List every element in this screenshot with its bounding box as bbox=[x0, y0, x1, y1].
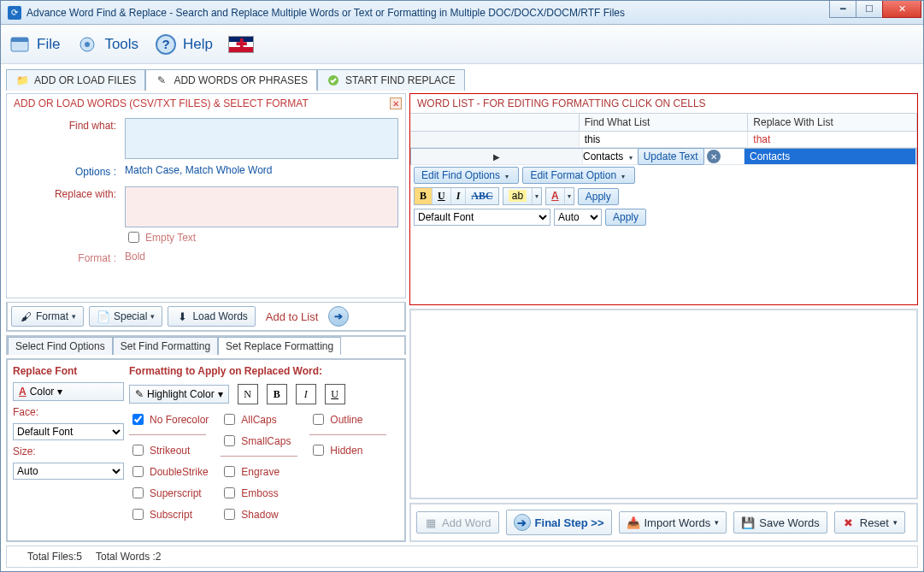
pencil-icon: ✎ bbox=[155, 74, 168, 87]
chk-allcaps[interactable] bbox=[224, 414, 235, 425]
menu-tools-label: Tools bbox=[104, 36, 138, 53]
edit-find-options-button[interactable]: Edit Find Options ▾ bbox=[414, 167, 519, 184]
apply-style-button[interactable]: Apply bbox=[578, 188, 619, 205]
language-flag[interactable] bbox=[228, 36, 254, 53]
color-button[interactable]: A Color ▾ bbox=[13, 382, 124, 401]
fontcolor-picker[interactable]: A bbox=[546, 188, 565, 204]
final-step-label: Final Step >> bbox=[535, 516, 604, 529]
tab-add-load-files[interactable]: 📁 ADD OR LOAD FILES bbox=[6, 69, 145, 91]
chk-outline[interactable] bbox=[313, 414, 324, 425]
left-column: ADD OR LOAD WORDS (CSV/TXT FILES) & SELE… bbox=[6, 93, 406, 542]
update-text-button[interactable]: Update Text bbox=[638, 148, 704, 165]
fontcolor-segment: A ▾ bbox=[545, 187, 574, 205]
caret-icon: ▾ bbox=[218, 388, 223, 400]
grid-row[interactable]: this that bbox=[410, 132, 917, 148]
wordlist-title: WORD LIST - FOR EDITING FORMATTING CLICK… bbox=[410, 94, 917, 113]
row-selector[interactable] bbox=[410, 132, 580, 147]
highlight-color-button[interactable]: ✎ Highlight Color ▾ bbox=[129, 385, 229, 404]
check-icon bbox=[327, 74, 340, 87]
menu-file[interactable]: File bbox=[8, 32, 60, 56]
chk-hidden[interactable] bbox=[313, 445, 324, 456]
chk-engrave[interactable] bbox=[224, 466, 235, 477]
replace-with-input[interactable] bbox=[125, 186, 398, 227]
load-words-label: Load Words bbox=[192, 310, 247, 322]
size-select[interactable]: Auto bbox=[13, 463, 124, 480]
size-label: Size: bbox=[13, 445, 124, 457]
subtab-replace-formatting[interactable]: Set Replace Formatting bbox=[218, 337, 341, 355]
chk-superscript[interactable] bbox=[132, 487, 144, 498]
font-family-select[interactable]: Default Font bbox=[414, 209, 550, 226]
save-words-button[interactable]: 💾 Save Words bbox=[733, 511, 827, 534]
color-a-icon: A bbox=[19, 386, 26, 398]
menu-help[interactable]: ? Help bbox=[154, 32, 213, 56]
subtab-find-options[interactable]: Select Find Options bbox=[8, 337, 113, 355]
app-icon: ⟳ bbox=[8, 6, 21, 20]
chk-doublestrike[interactable] bbox=[132, 466, 144, 477]
find-what-input[interactable] bbox=[125, 118, 398, 159]
reset-button[interactable]: ✖ Reset ▾ bbox=[834, 511, 905, 534]
close-button[interactable]: ✕ bbox=[882, 1, 921, 18]
clear-icon[interactable]: ✕ bbox=[707, 150, 721, 163]
menu-file-label: File bbox=[37, 36, 60, 53]
empty-text-checkbox[interactable] bbox=[128, 232, 139, 243]
chk-emboss[interactable] bbox=[224, 487, 235, 498]
normal-button[interactable]: N bbox=[238, 384, 258, 404]
status-files: Total Files:5 bbox=[27, 551, 82, 563]
window-buttons: ━ ☐ ✕ bbox=[830, 1, 921, 24]
font-size-select[interactable]: Auto bbox=[554, 209, 602, 226]
format-subtabs: Select Find Options Set Find Formatting … bbox=[6, 335, 406, 355]
chk-noforecolor[interactable] bbox=[132, 414, 144, 425]
minimize-button[interactable]: ━ bbox=[829, 1, 856, 18]
italic-button[interactable]: I bbox=[296, 384, 316, 404]
strike-toggle[interactable]: ABC bbox=[466, 188, 497, 204]
subtab-find-formatting[interactable]: Set Find Formatting bbox=[113, 337, 218, 355]
highlight-icon: ab bbox=[509, 190, 527, 202]
format-button[interactable]: 🖌 Format ▾ bbox=[11, 306, 84, 327]
underline-button[interactable]: U bbox=[325, 384, 345, 404]
panel-close-icon[interactable]: ✕ bbox=[390, 97, 402, 109]
apply-font-button[interactable]: Apply bbox=[605, 209, 646, 226]
highlight-caret[interactable]: ▾ bbox=[533, 192, 541, 200]
bold-toggle[interactable]: B bbox=[415, 188, 433, 204]
font-toolbar: Default Font Auto Apply bbox=[410, 207, 917, 227]
save-label: Save Words bbox=[759, 516, 820, 529]
special-icon: 📄 bbox=[97, 310, 110, 323]
cell-replace[interactable]: that bbox=[748, 132, 917, 147]
row-selector-active[interactable]: ▶ bbox=[411, 149, 583, 164]
menu-help-label: Help bbox=[183, 36, 213, 53]
face-select[interactable]: Default Font bbox=[13, 423, 124, 440]
menu-tools[interactable]: Tools bbox=[75, 32, 138, 56]
color-button-label: Color bbox=[30, 386, 55, 398]
status-bar: Total Files:5 Total Words :2 bbox=[6, 545, 918, 568]
fontcolor-caret[interactable]: ▾ bbox=[565, 192, 574, 200]
cell-find[interactable]: this bbox=[580, 132, 749, 147]
chk-shadow[interactable] bbox=[224, 509, 235, 520]
tab-add-words[interactable]: ✎ ADD WORDS OR PHRASES bbox=[145, 69, 317, 91]
tab-start-replace[interactable]: START FIND REPLACE bbox=[317, 69, 465, 91]
tab-start-label: START FIND REPLACE bbox=[345, 74, 456, 86]
grid-row-selected[interactable]: ▶ Contacts ▾ Update Text ✕ Contacts bbox=[410, 148, 917, 165]
chk-subscript[interactable] bbox=[132, 509, 144, 520]
add-redirect-icon[interactable]: ➔ bbox=[328, 306, 349, 327]
grid-header: Find What List Replace With List bbox=[410, 113, 917, 132]
load-words-button[interactable]: ⬇ Load Words bbox=[168, 306, 255, 327]
italic-toggle[interactable]: I bbox=[451, 188, 467, 204]
chk-strikeout[interactable] bbox=[132, 445, 144, 456]
cell-replace-selected[interactable]: Contacts bbox=[744, 149, 916, 164]
maximize-button[interactable]: ☐ bbox=[856, 1, 883, 18]
caret-icon: ▾ bbox=[57, 386, 62, 398]
import-words-button[interactable]: 📥 Import Words ▾ bbox=[619, 511, 727, 534]
highlight-picker[interactable]: ab bbox=[503, 188, 533, 204]
main-split: ADD OR LOAD WORDS (CSV/TXT FILES) & SELE… bbox=[1, 91, 923, 542]
chk-smallcaps[interactable] bbox=[224, 435, 235, 446]
find-combo[interactable]: Contacts ▾ bbox=[583, 150, 635, 162]
underline-toggle[interactable]: U bbox=[433, 188, 451, 204]
final-step-button[interactable]: ➔ Final Step >> bbox=[506, 510, 612, 535]
bold-button[interactable]: B bbox=[267, 384, 287, 404]
add-to-list-button[interactable]: Add to List bbox=[261, 308, 323, 326]
edit-format-option-button[interactable]: Edit Format Option ▾ bbox=[522, 167, 635, 184]
format-icon: 🖌 bbox=[19, 310, 32, 323]
import-icon: 📥 bbox=[627, 516, 640, 529]
special-button[interactable]: 📄 Special ▾ bbox=[89, 306, 162, 327]
add-word-button[interactable]: ▦ Add Word bbox=[416, 511, 499, 534]
